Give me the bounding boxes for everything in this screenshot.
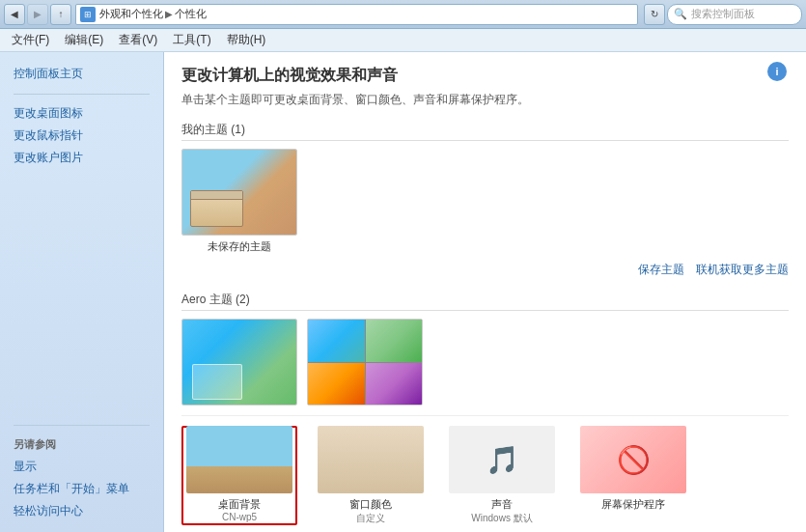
get-more-link[interactable]: 联机获取更多主题 [696,262,789,278]
desktop-bg-thumb [186,426,292,493]
theme-actions: 保存主题 联机获取更多主题 [181,262,789,278]
window-color-control[interactable]: 窗口颜色 自定义 [313,426,429,525]
sidebar-divider-2 [14,425,150,426]
bottom-controls: 桌面背景 CN-wp5 窗口颜色 自定义 🎵 声音 Windows 默认 [181,415,789,525]
refresh-button[interactable]: ↻ [644,4,665,25]
unsaved-theme-thumb [181,149,297,236]
window-color-thumb [318,426,424,493]
screensaver-label: 屏幕保护程序 [601,497,665,512]
address-part-2: 个性化 [175,7,207,21]
address-bar[interactable]: ⊞ 外观和个性化 ▶ 个性化 [75,4,638,25]
window-color-sublabel: 自定义 [356,512,385,525]
window-color-image [318,426,424,493]
forward-button[interactable]: ▶ [27,4,48,25]
sidebar-link-mouse-pointer[interactable]: 更改鼠标指针 [0,125,163,147]
address-sep-1: ▶ [165,9,173,19]
title-bar: ◀ ▶ ↑ ⊞ 外观和个性化 ▶ 个性化 ↻ 🔍 搜索控制面板 [0,0,806,29]
menu-bar: 文件(F) 编辑(E) 查看(V) 工具(T) 帮助(H) [0,29,806,52]
address-segments: 外观和个性化 ▶ 个性化 [99,7,207,21]
aero-section: Aero 主题 (2) [181,292,789,406]
main-layout: 控制面板主页 更改桌面图标 更改鼠标指针 更改账户图片 另请参阅 显示 任务栏和… [0,52,806,532]
aero-sub-1 [308,320,365,362]
desktop-bg-sublabel: CN-wp5 [222,512,257,522]
save-theme-link[interactable]: 保存主题 [638,262,684,278]
sidebar-link-taskbar[interactable]: 任务栏和「开始」菜单 [0,478,163,500]
menu-edit[interactable]: 编辑(E) [61,30,107,50]
sound-sublabel: Windows 默认 [471,512,532,525]
aero-themes-label: Aero 主题 (2) [181,292,789,311]
up-button[interactable]: ↑ [50,4,71,25]
desktop-bg-image [186,426,292,493]
aero-sub-3 [308,363,365,406]
info-icon[interactable]: i [767,62,787,81]
aero-thumb-2 [307,319,423,406]
aero-sub-2 [366,320,423,362]
address-icon: ⊞ [80,7,96,22]
screensaver-control[interactable]: 🚫 屏幕保护程序 [575,426,691,525]
unsaved-theme-label: 未保存的主题 [208,239,271,254]
menu-help[interactable]: 帮助(H) [223,30,270,50]
screensaver-thumb: 🚫 [580,426,686,493]
back-button[interactable]: ◀ [4,4,25,25]
sidebar-link-display[interactable]: 显示 [0,456,163,478]
aero-themes-grid [181,319,789,406]
nav-buttons: ◀ ▶ ↑ [4,4,71,25]
screensaver-icon: 🚫 [617,444,651,476]
unsaved-window-preview [190,190,243,227]
window-color-label: 窗口颜色 [349,497,392,512]
menu-view[interactable]: 查看(V) [115,30,161,50]
aero-sub-4 [366,363,423,406]
search-placeholder: 搜索控制面板 [691,7,755,21]
menu-file[interactable]: 文件(F) [8,30,53,50]
sound-control[interactable]: 🎵 声音 Windows 默认 [444,426,560,525]
sidebar-link-desktop-icon[interactable]: 更改桌面图标 [0,102,163,125]
menu-tools[interactable]: 工具(T) [169,30,214,50]
see-also-title: 另请参阅 [0,434,163,456]
sidebar-link-ease[interactable]: 轻松访问中心 [0,500,163,522]
page-title: 更改计算机上的视觉效果和声音 [181,66,789,86]
address-part-1: 外观和个性化 [99,7,163,21]
sidebar-main-link[interactable]: 控制面板主页 [0,62,163,86]
aero-thumb-1 [181,319,297,406]
sidebar-link-account-pic[interactable]: 更改账户图片 [0,147,163,169]
desktop-bg-control[interactable]: 桌面背景 CN-wp5 [181,426,297,525]
unsaved-theme-item[interactable]: 未保存的主题 [181,149,297,254]
aero-theme-1[interactable] [181,319,297,406]
sidebar: 控制面板主页 更改桌面图标 更改鼠标指针 更改账户图片 另请参阅 显示 任务栏和… [0,52,164,532]
aero-theme-2[interactable] [307,319,423,406]
page-subtitle: 单击某个主题即可更改桌面背景、窗口颜色、声音和屏幕保护程序。 [181,92,789,108]
sound-thumb: 🎵 [449,426,555,493]
my-themes-label: 我的主题 (1) [181,122,789,141]
sound-icon: 🎵 [486,444,519,476]
search-icon: 🔍 [674,8,687,20]
my-themes-grid: 未保存的主题 [181,149,789,254]
desktop-bg-label: 桌面背景 [218,497,261,512]
content-area: i 更改计算机上的视觉效果和声音 单击某个主题即可更改桌面背景、窗口颜色、声音和… [164,52,806,532]
sound-label: 声音 [491,497,513,512]
sidebar-divider-1 [14,94,150,95]
search-box[interactable]: 🔍 搜索控制面板 [667,4,802,25]
